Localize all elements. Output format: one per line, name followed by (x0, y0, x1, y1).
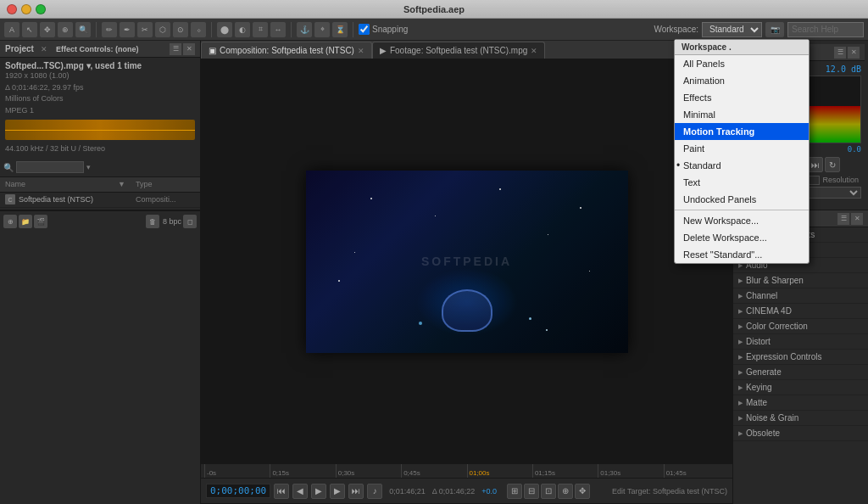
menu-item-animation[interactable]: Animation (675, 72, 809, 89)
menu-item-effects[interactable]: Effects (675, 89, 809, 106)
menu-item-minimal[interactable]: Minimal (675, 106, 809, 123)
menu-item-delete-workspace[interactable]: Delete Workspace... (675, 229, 809, 246)
menu-item-new-workspace[interactable]: New Workspace... (675, 212, 809, 229)
menu-item-standard[interactable]: Standard (675, 157, 809, 174)
menu-item-reset-standard[interactable]: Reset "Standard"... (675, 246, 809, 263)
menu-item-undocked-panels[interactable]: Undocked Panels (675, 191, 809, 208)
menu-item-text[interactable]: Text (675, 174, 809, 191)
menu-item-motion-tracking[interactable]: Motion Tracking (675, 123, 809, 140)
workspace-menu-title: Workspace . (682, 42, 732, 52)
workspace-menu-header: Workspace . (675, 40, 809, 55)
menu-item-all-panels[interactable]: All Panels (675, 55, 809, 72)
menu-separator-1 (675, 210, 809, 210)
menu-item-paint[interactable]: Paint (675, 140, 809, 157)
workspace-menu: Workspace . All Panels Animation Effects… (674, 39, 810, 264)
